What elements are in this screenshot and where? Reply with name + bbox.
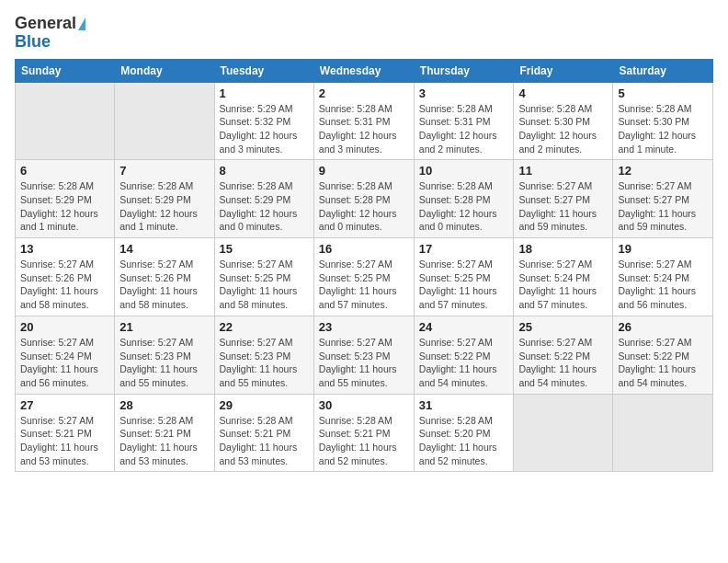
weekday-header-wednesday: Wednesday (313, 59, 414, 82)
weekday-header-thursday: Thursday (414, 59, 514, 82)
calendar-cell: 25Sunrise: 5:27 AMSunset: 5:22 PMDayligh… (514, 316, 613, 394)
day-number: 29 (220, 398, 309, 412)
day-info: Sunrise: 5:27 AMSunset: 5:21 PMDaylight:… (20, 414, 109, 468)
calendar-cell: 27Sunrise: 5:27 AMSunset: 5:21 PMDayligh… (16, 394, 115, 472)
calendar-cell: 26Sunrise: 5:27 AMSunset: 5:22 PMDayligh… (613, 316, 713, 394)
day-number: 25 (518, 320, 608, 334)
day-info: Sunrise: 5:27 AMSunset: 5:26 PMDaylight:… (119, 258, 209, 312)
day-info: Sunrise: 5:28 AMSunset: 5:28 PMDaylight:… (319, 179, 409, 234)
day-number: 24 (419, 320, 509, 334)
calendar-cell: 16Sunrise: 5:27 AMSunset: 5:25 PMDayligh… (313, 238, 414, 316)
day-info: Sunrise: 5:28 AMSunset: 5:29 PMDaylight:… (20, 179, 109, 234)
day-info: Sunrise: 5:27 AMSunset: 5:27 PMDaylight:… (618, 179, 708, 234)
day-number: 16 (319, 242, 409, 256)
day-number: 31 (419, 398, 509, 412)
day-info: Sunrise: 5:27 AMSunset: 5:24 PMDaylight:… (518, 258, 608, 312)
calendar-cell: 7Sunrise: 5:28 AMSunset: 5:29 PMDaylight… (115, 160, 214, 238)
logo-general: General (15, 15, 85, 33)
calendar-cell: 9Sunrise: 5:28 AMSunset: 5:28 PMDaylight… (313, 160, 414, 238)
calendar-table: SundayMondayTuesdayWednesdayThursdayFrid… (15, 59, 713, 473)
day-info: Sunrise: 5:27 AMSunset: 5:23 PMDaylight:… (119, 336, 209, 390)
calendar-cell: 24Sunrise: 5:27 AMSunset: 5:22 PMDayligh… (414, 316, 514, 394)
day-info: Sunrise: 5:27 AMSunset: 5:24 PMDaylight:… (20, 336, 109, 390)
day-info: Sunrise: 5:27 AMSunset: 5:25 PMDaylight:… (220, 258, 309, 312)
logo-blue: Blue (15, 33, 51, 52)
calendar-cell: 6Sunrise: 5:28 AMSunset: 5:29 PMDaylight… (16, 160, 115, 238)
calendar-cell: 21Sunrise: 5:27 AMSunset: 5:23 PMDayligh… (115, 316, 214, 394)
day-number: 26 (618, 320, 708, 334)
day-info: Sunrise: 5:28 AMSunset: 5:29 PMDaylight:… (119, 179, 209, 234)
calendar-cell (115, 82, 214, 160)
day-info: Sunrise: 5:27 AMSunset: 5:27 PMDaylight:… (518, 179, 608, 234)
calendar-cell: 19Sunrise: 5:27 AMSunset: 5:24 PMDayligh… (613, 238, 713, 316)
calendar-cell: 4Sunrise: 5:28 AMSunset: 5:30 PMDaylight… (514, 82, 613, 160)
day-number: 8 (220, 164, 309, 178)
calendar-cell: 15Sunrise: 5:27 AMSunset: 5:25 PMDayligh… (214, 238, 313, 316)
day-number: 19 (618, 242, 708, 256)
day-info: Sunrise: 5:27 AMSunset: 5:22 PMDaylight:… (618, 336, 708, 390)
day-info: Sunrise: 5:27 AMSunset: 5:22 PMDaylight:… (518, 336, 608, 390)
calendar-cell: 11Sunrise: 5:27 AMSunset: 5:27 PMDayligh… (514, 160, 613, 238)
weekday-header-friday: Friday (514, 59, 613, 82)
day-info: Sunrise: 5:28 AMSunset: 5:30 PMDaylight:… (618, 102, 708, 156)
calendar-cell: 30Sunrise: 5:28 AMSunset: 5:21 PMDayligh… (313, 394, 414, 472)
calendar-cell: 18Sunrise: 5:27 AMSunset: 5:24 PMDayligh… (514, 238, 613, 316)
calendar-cell: 29Sunrise: 5:28 AMSunset: 5:21 PMDayligh… (214, 394, 313, 472)
calendar-cell: 23Sunrise: 5:27 AMSunset: 5:23 PMDayligh… (313, 316, 414, 394)
calendar-cell: 2Sunrise: 5:28 AMSunset: 5:31 PMDaylight… (313, 82, 414, 160)
day-number: 30 (319, 398, 409, 412)
day-info: Sunrise: 5:27 AMSunset: 5:23 PMDaylight:… (319, 336, 409, 390)
calendar-cell: 8Sunrise: 5:28 AMSunset: 5:29 PMDaylight… (214, 160, 313, 238)
day-number: 9 (319, 164, 409, 178)
weekday-header-tuesday: Tuesday (214, 59, 313, 82)
day-number: 18 (518, 242, 608, 256)
weekday-header-sunday: Sunday (16, 59, 115, 82)
day-number: 6 (20, 164, 109, 178)
day-number: 23 (319, 320, 409, 334)
day-info: Sunrise: 5:28 AMSunset: 5:31 PMDaylight:… (319, 102, 409, 156)
day-number: 15 (220, 242, 309, 256)
day-number: 21 (119, 320, 209, 334)
day-number: 3 (419, 86, 509, 100)
calendar-cell (613, 394, 713, 472)
day-number: 1 (220, 86, 309, 100)
calendar-cell: 17Sunrise: 5:27 AMSunset: 5:25 PMDayligh… (414, 238, 514, 316)
day-info: Sunrise: 5:28 AMSunset: 5:29 PMDaylight:… (220, 179, 309, 234)
calendar-cell: 1Sunrise: 5:29 AMSunset: 5:32 PMDaylight… (214, 82, 313, 160)
calendar-cell: 14Sunrise: 5:27 AMSunset: 5:26 PMDayligh… (115, 238, 214, 316)
day-info: Sunrise: 5:28 AMSunset: 5:21 PMDaylight:… (119, 414, 209, 468)
calendar-cell: 5Sunrise: 5:28 AMSunset: 5:30 PMDaylight… (613, 82, 713, 160)
day-info: Sunrise: 5:28 AMSunset: 5:21 PMDaylight:… (220, 414, 309, 468)
day-number: 14 (119, 242, 209, 256)
day-number: 2 (319, 86, 409, 100)
day-number: 4 (518, 86, 608, 100)
weekday-header-monday: Monday (115, 59, 214, 82)
day-number: 7 (119, 164, 209, 178)
day-info: Sunrise: 5:28 AMSunset: 5:30 PMDaylight:… (518, 102, 608, 156)
day-info: Sunrise: 5:27 AMSunset: 5:25 PMDaylight:… (419, 258, 509, 312)
calendar-cell: 12Sunrise: 5:27 AMSunset: 5:27 PMDayligh… (613, 160, 713, 238)
day-info: Sunrise: 5:28 AMSunset: 5:20 PMDaylight:… (419, 414, 509, 468)
calendar-cell: 28Sunrise: 5:28 AMSunset: 5:21 PMDayligh… (115, 394, 214, 472)
day-info: Sunrise: 5:27 AMSunset: 5:26 PMDaylight:… (20, 258, 109, 312)
calendar-cell: 20Sunrise: 5:27 AMSunset: 5:24 PMDayligh… (16, 316, 115, 394)
calendar-cell: 13Sunrise: 5:27 AMSunset: 5:26 PMDayligh… (16, 238, 115, 316)
day-number: 11 (518, 164, 608, 178)
day-number: 12 (618, 164, 708, 178)
day-number: 13 (20, 242, 109, 256)
day-number: 10 (419, 164, 509, 178)
day-info: Sunrise: 5:29 AMSunset: 5:32 PMDaylight:… (220, 102, 309, 156)
day-info: Sunrise: 5:28 AMSunset: 5:21 PMDaylight:… (319, 414, 409, 468)
calendar-cell: 3Sunrise: 5:28 AMSunset: 5:31 PMDaylight… (414, 82, 514, 160)
weekday-header-saturday: Saturday (613, 59, 713, 82)
day-number: 27 (20, 398, 109, 412)
logo: General Blue (15, 15, 85, 52)
day-number: 17 (419, 242, 509, 256)
day-info: Sunrise: 5:27 AMSunset: 5:24 PMDaylight:… (618, 258, 708, 312)
calendar-cell: 10Sunrise: 5:28 AMSunset: 5:28 PMDayligh… (414, 160, 514, 238)
day-info: Sunrise: 5:27 AMSunset: 5:23 PMDaylight:… (220, 336, 309, 390)
day-info: Sunrise: 5:27 AMSunset: 5:22 PMDaylight:… (419, 336, 509, 390)
calendar-cell: 31Sunrise: 5:28 AMSunset: 5:20 PMDayligh… (414, 394, 514, 472)
calendar-cell (514, 394, 613, 472)
day-number: 5 (618, 86, 708, 100)
